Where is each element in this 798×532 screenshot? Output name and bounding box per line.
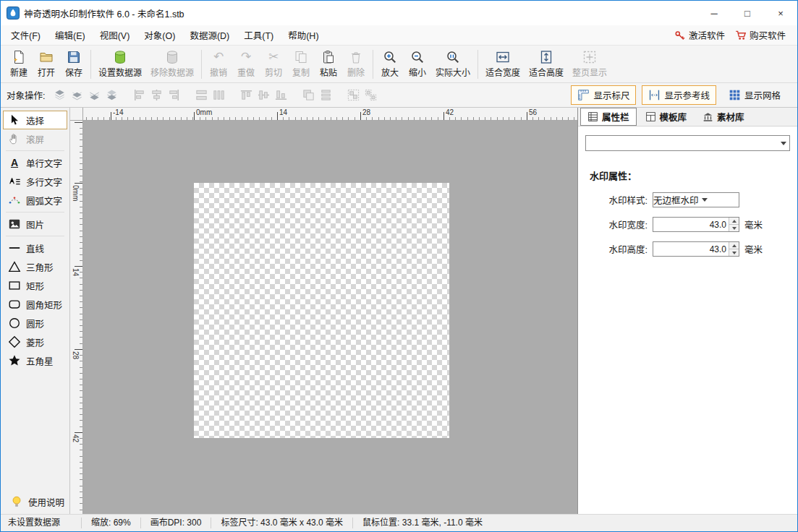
open-button[interactable]: 打开 xyxy=(33,48,60,81)
height-unit: 毫米 xyxy=(744,242,763,256)
template-icon xyxy=(645,111,656,122)
equal-width-icon[interactable] xyxy=(192,87,210,104)
guides-icon xyxy=(648,89,661,101)
layer-down-icon[interactable] xyxy=(85,87,103,104)
window-title: 神奇透明水印制作软件 6.0 - 未命名1.stb xyxy=(24,7,184,20)
align-right-icon[interactable] xyxy=(165,87,182,104)
layer-up-icon[interactable] xyxy=(68,87,85,104)
tool-arc-text[interactable]: 圆弧文字 xyxy=(3,191,67,210)
actual-size-button[interactable]: 实际大小 xyxy=(431,48,475,81)
zoom-in-button[interactable]: 放大 xyxy=(376,48,404,81)
align-middle-icon[interactable] xyxy=(255,87,272,104)
height-value[interactable]: 43.0 xyxy=(653,242,729,256)
chevron-down-icon[interactable] xyxy=(699,193,711,207)
set-datasource-button[interactable]: 设置数据源 xyxy=(94,48,146,81)
watermark-height-spinner[interactable]: 43.0 xyxy=(653,241,739,257)
full-page-button[interactable]: 整页显示 xyxy=(568,48,611,81)
object-selector-combobox[interactable] xyxy=(585,135,790,151)
tool-circle[interactable]: 圆形 xyxy=(3,314,67,332)
width-value[interactable]: 43.0 xyxy=(653,218,729,231)
align-center-horizontal-icon[interactable] xyxy=(148,87,165,104)
ruler-label: 42 xyxy=(446,108,454,116)
distribute-horizontal-icon[interactable] xyxy=(210,87,227,104)
menu-edit[interactable]: 编辑(E) xyxy=(48,25,93,45)
minimize-button[interactable]: ─ xyxy=(697,1,731,25)
tool-diamond[interactable]: 菱形 xyxy=(3,332,67,351)
toolbox-separator xyxy=(6,236,64,236)
show-grid-toggle[interactable]: 显示网格 xyxy=(722,85,787,105)
canvas[interactable] xyxy=(83,121,577,514)
activate-software-link[interactable]: 激活软件 xyxy=(674,28,725,42)
tool-select[interactable]: 选择 xyxy=(3,111,67,129)
triangle-icon xyxy=(7,259,22,274)
redo-icon: ↷ xyxy=(241,50,251,64)
layer-bottom-icon[interactable] xyxy=(103,87,120,104)
zoom-out-icon xyxy=(410,50,425,64)
save-button[interactable]: 保存 xyxy=(60,48,88,81)
spin-down-button[interactable] xyxy=(729,225,739,231)
circle-icon xyxy=(7,316,22,330)
spin-up-button[interactable] xyxy=(729,242,739,249)
actual-size-icon xyxy=(446,50,460,64)
maximize-button[interactable]: □ xyxy=(731,1,764,25)
tool-pan[interactable]: 滚屏 xyxy=(3,129,67,148)
tool-image[interactable]: 图片 xyxy=(3,215,67,233)
scissors-icon: ✂ xyxy=(268,50,279,64)
tool-multi-line-text[interactable]: 多行文字 xyxy=(3,172,67,191)
menu-view[interactable]: 视图(V) xyxy=(93,25,137,45)
remove-datasource-button[interactable]: 移除数据源 xyxy=(146,48,198,81)
watermark-width-spinner[interactable]: 43.0 xyxy=(653,217,739,232)
tool-single-line-text[interactable]: A 单行文字 xyxy=(3,153,67,172)
copy-button[interactable]: 复制 xyxy=(287,48,315,81)
help-button[interactable]: 使用说明 xyxy=(5,492,65,511)
rectangle-icon xyxy=(7,278,22,293)
same-size-icon[interactable] xyxy=(300,87,317,104)
watermark-style-dropdown[interactable]: 无边框水印 xyxy=(653,192,739,207)
status-bar: 未设置数据源 缩放: 69% 画布DPI: 300 标签尺寸: 43.0 毫米 … xyxy=(1,514,797,531)
align-bottom-icon[interactable] xyxy=(272,87,289,104)
close-button[interactable]: × xyxy=(764,1,797,25)
horizontal-ruler: -14 0mm 14 28 42 56 xyxy=(83,108,577,121)
tab-materials[interactable]: 素材库 xyxy=(695,108,752,126)
tool-rounded-rectangle[interactable]: 圆角矩形 xyxy=(3,295,67,314)
status-mouse-position: 鼠标位置: 33.1 毫米, -11.0 毫米 xyxy=(353,518,492,528)
delete-button[interactable]: 删除 xyxy=(342,48,370,81)
redo-button[interactable]: ↷ 重做 xyxy=(232,48,260,81)
purchase-software-link[interactable]: 购买软件 xyxy=(735,28,786,42)
menu-datasource[interactable]: 数据源(D) xyxy=(182,25,237,45)
layer-top-icon[interactable] xyxy=(51,87,68,104)
spin-down-button[interactable] xyxy=(729,249,739,256)
paste-button[interactable]: 粘贴 xyxy=(315,48,342,81)
star-icon xyxy=(7,353,22,368)
distribute-vertical-icon[interactable] xyxy=(317,87,334,104)
align-left-icon[interactable] xyxy=(130,87,148,104)
ruler-label: 28 xyxy=(72,351,80,359)
fit-width-button[interactable]: 适合宽度 xyxy=(481,48,525,81)
ungroup-icon[interactable] xyxy=(362,87,379,104)
menu-tools[interactable]: 工具(T) xyxy=(237,25,281,45)
show-guides-toggle[interactable]: 显示参考线 xyxy=(642,85,716,105)
menu-object[interactable]: 对象(O) xyxy=(137,25,182,45)
zoom-out-button[interactable]: 缩小 xyxy=(404,48,431,81)
tool-rectangle[interactable]: 矩形 xyxy=(3,276,67,295)
group-icon[interactable] xyxy=(344,87,362,104)
watermark-artboard[interactable] xyxy=(194,183,449,438)
tool-line[interactable]: 直线 xyxy=(3,239,67,257)
ruler-label: 42 xyxy=(72,434,80,442)
menu-file[interactable]: 文件(F) xyxy=(4,25,48,45)
align-top-icon[interactable] xyxy=(237,87,255,104)
tool-triangle[interactable]: 三角形 xyxy=(3,257,67,276)
spin-up-button[interactable] xyxy=(729,218,739,225)
menu-help[interactable]: 帮助(H) xyxy=(281,25,326,45)
chevron-down-icon[interactable] xyxy=(777,136,789,150)
undo-button[interactable]: ↶ 撤销 xyxy=(205,48,232,81)
tool-star[interactable]: 五角星 xyxy=(3,351,67,370)
tab-properties[interactable]: 属性栏 xyxy=(580,108,637,126)
tab-templates[interactable]: 模板库 xyxy=(638,108,695,126)
fit-height-button[interactable]: 适合高度 xyxy=(525,48,568,81)
show-ruler-toggle[interactable]: 显示标尺 xyxy=(571,85,636,105)
new-button[interactable]: 新建 xyxy=(5,48,33,81)
line-icon xyxy=(7,241,22,255)
hand-icon xyxy=(7,132,22,146)
cut-button[interactable]: ✂ 剪切 xyxy=(260,48,287,81)
